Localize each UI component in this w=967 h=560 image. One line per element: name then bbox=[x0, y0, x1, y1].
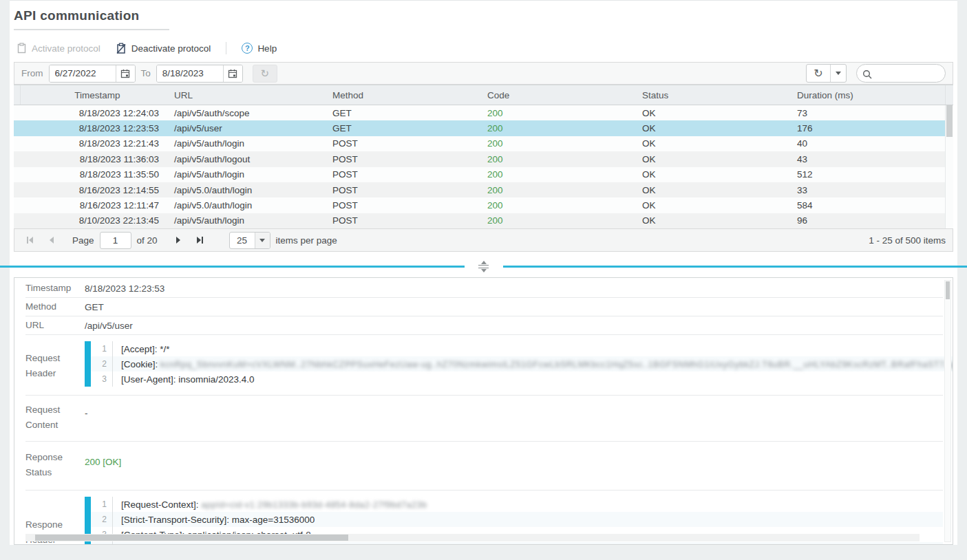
deactivate-protocol-button[interactable]: Deactivate protocol bbox=[113, 41, 214, 56]
table-row[interactable]: 8/18/2023 12:21:43 /api/v5/auth/login PO… bbox=[14, 136, 945, 151]
cell-url: /api/v5/auth/login bbox=[169, 169, 327, 180]
toolbar-separator bbox=[226, 42, 226, 54]
api-communication-page: API communication Activate protocol Deac… bbox=[10, 0, 957, 545]
code-line: 4 [Content-Length]: 8267 bbox=[91, 542, 943, 545]
cell-url: /api/v5.0/auth/login bbox=[169, 185, 327, 195]
cell-method: GET bbox=[327, 108, 482, 118]
column-header-duration[interactable]: Duration (ms) bbox=[791, 90, 945, 100]
code-line: 1 [Request-Context]: appId=cid-v1:29b133… bbox=[91, 497, 943, 512]
column-header-url[interactable]: URL bbox=[169, 90, 327, 100]
scrollbar-thumb[interactable] bbox=[946, 281, 950, 299]
next-page-button[interactable] bbox=[170, 232, 187, 248]
panel-splitter[interactable] bbox=[0, 260, 967, 272]
cell-duration: 584 bbox=[791, 200, 945, 211]
table-row[interactable]: 8/18/2023 12:23:53 /api/v5/user GET 200 … bbox=[14, 120, 945, 136]
help-label: Help bbox=[257, 43, 277, 54]
detail-row-response-status: Reponse Status 200 [OK] bbox=[25, 442, 943, 491]
header-text: [Content-Length]: 8267 bbox=[121, 545, 216, 546]
cell-method: POST bbox=[327, 200, 482, 211]
chevron-down-icon bbox=[836, 72, 841, 78]
scrollbar-thumb[interactable] bbox=[35, 535, 348, 541]
page-label: Page bbox=[72, 235, 94, 246]
splitter-drag-handle[interactable] bbox=[465, 261, 503, 272]
activate-protocol-button[interactable]: Activate protocol bbox=[14, 41, 103, 55]
request-header-label: Request Header bbox=[25, 341, 85, 381]
cell-status: OK bbox=[637, 169, 791, 180]
table-row[interactable]: 8/18/2023 11:35:50 /api/v5/auth/login PO… bbox=[14, 167, 945, 182]
refresh-icon: ↻ bbox=[814, 67, 822, 80]
detail-url-value: /api/v5/user bbox=[85, 321, 133, 331]
grid-vertical-scrollbar[interactable] bbox=[945, 105, 953, 228]
cell-duration: 43 bbox=[791, 154, 945, 164]
detail-row-url: URL /api/v5/user bbox=[25, 316, 943, 335]
cell-timestamp: 8/18/2023 12:23:53 bbox=[21, 123, 169, 133]
detail-method-value: GET bbox=[85, 302, 104, 312]
table-row[interactable]: 8/10/2023 22:13:45 /api/v5/auth/login PO… bbox=[14, 213, 945, 228]
items-per-page-label: items per page bbox=[276, 235, 337, 246]
last-page-button[interactable] bbox=[192, 232, 209, 248]
request-detail-panel: Timestamp 8/18/2023 12:23:53 Method GET … bbox=[14, 277, 953, 545]
column-header-method[interactable]: Method bbox=[327, 90, 482, 100]
from-date-input[interactable] bbox=[50, 65, 116, 82]
cell-timestamp: 8/16/2023 12:14:55 bbox=[21, 185, 169, 195]
cell-duration: 96 bbox=[791, 215, 945, 226]
table-row[interactable]: 8/16/2023 12:14:55 /api/v5.0/auth/login … bbox=[14, 182, 945, 197]
filter-bar: From To bbox=[14, 62, 953, 85]
line-number: 3 bbox=[91, 371, 113, 387]
search-input[interactable] bbox=[876, 68, 939, 78]
cell-url: /api/v5/user bbox=[169, 123, 327, 133]
apply-filter-button[interactable]: ↻ bbox=[253, 65, 277, 83]
clipboard-slash-icon bbox=[116, 43, 127, 54]
table-row[interactable]: 8/18/2023 12:24:03 /api/v5/auth/scope GE… bbox=[14, 105, 945, 120]
calendar-icon[interactable] bbox=[223, 65, 242, 82]
help-button[interactable]: ? Help bbox=[239, 41, 279, 55]
column-header-status[interactable]: Status bbox=[637, 90, 791, 100]
request-header-code[interactable]: 1 [Accept]: */* 2 [Cookie]: kcnRpq_Sbnvv… bbox=[85, 341, 953, 387]
cell-code: 200 bbox=[482, 123, 637, 133]
cell-code: 200 bbox=[482, 108, 637, 118]
column-header-timestamp[interactable]: Timestamp bbox=[21, 90, 169, 100]
first-page-button[interactable] bbox=[21, 232, 38, 248]
cell-duration: 176 bbox=[791, 123, 945, 133]
page-size-dropdown[interactable]: 25 bbox=[229, 232, 270, 249]
cell-url: /api/v5/auth/login bbox=[169, 138, 327, 149]
to-date-input[interactable] bbox=[157, 65, 223, 82]
grid-body: 8/18/2023 12:24:03 /api/v5/auth/scope GE… bbox=[14, 105, 953, 228]
request-content-value: - bbox=[85, 401, 88, 418]
scrollbar-thumb[interactable] bbox=[946, 105, 953, 137]
detail-row-request-content: Request Content - bbox=[25, 396, 943, 442]
refresh-split-button: ↻ bbox=[806, 64, 847, 83]
cell-duration: 40 bbox=[791, 138, 945, 149]
cell-duration: 512 bbox=[791, 169, 945, 180]
page-count-label: of 20 bbox=[137, 235, 158, 246]
toolbar: Activate protocol Deactivate protocol ? … bbox=[14, 39, 953, 57]
help-icon: ? bbox=[242, 43, 253, 54]
detail-vertical-scrollbar[interactable] bbox=[944, 280, 951, 542]
cell-status: OK bbox=[637, 108, 791, 118]
cell-timestamp: 8/18/2023 11:36:03 bbox=[21, 154, 169, 164]
from-label: From bbox=[21, 68, 43, 78]
header-text: [Request-Context]: bbox=[121, 499, 201, 510]
table-row[interactable]: 8/16/2023 12:11:47 /api/v5.0/auth/login … bbox=[14, 197, 945, 213]
detail-horizontal-scrollbar[interactable] bbox=[25, 534, 920, 541]
calendar-icon[interactable] bbox=[116, 65, 135, 82]
code-line: 2 [Strict-Transport-Security]: max-age=3… bbox=[91, 512, 943, 527]
column-header-code[interactable]: Code bbox=[482, 90, 637, 100]
refresh-options-button[interactable] bbox=[830, 65, 846, 82]
previous-page-button[interactable] bbox=[43, 232, 60, 248]
refresh-button[interactable]: ↻ bbox=[807, 65, 830, 82]
header-text: [Strict-Transport-Security]: max-age=315… bbox=[121, 515, 315, 525]
cell-timestamp: 8/18/2023 12:21:43 bbox=[21, 138, 169, 149]
cell-status: OK bbox=[637, 200, 791, 211]
cell-method: POST bbox=[327, 154, 482, 164]
detail-timestamp-label: Timestamp bbox=[25, 281, 85, 296]
cell-code: 200 bbox=[482, 169, 637, 180]
table-row[interactable]: 8/18/2023 11:36:03 /api/v5/auth/logout P… bbox=[14, 151, 945, 166]
cell-duration: 33 bbox=[791, 185, 945, 195]
detail-row-method: Method GET bbox=[25, 298, 943, 316]
response-status-value: 200 [OK] bbox=[85, 449, 121, 467]
page-number-input[interactable] bbox=[100, 232, 131, 249]
search-icon bbox=[862, 69, 872, 79]
cell-status: OK bbox=[637, 154, 791, 164]
items-range-label: 1 - 25 of 500 items bbox=[869, 235, 946, 246]
